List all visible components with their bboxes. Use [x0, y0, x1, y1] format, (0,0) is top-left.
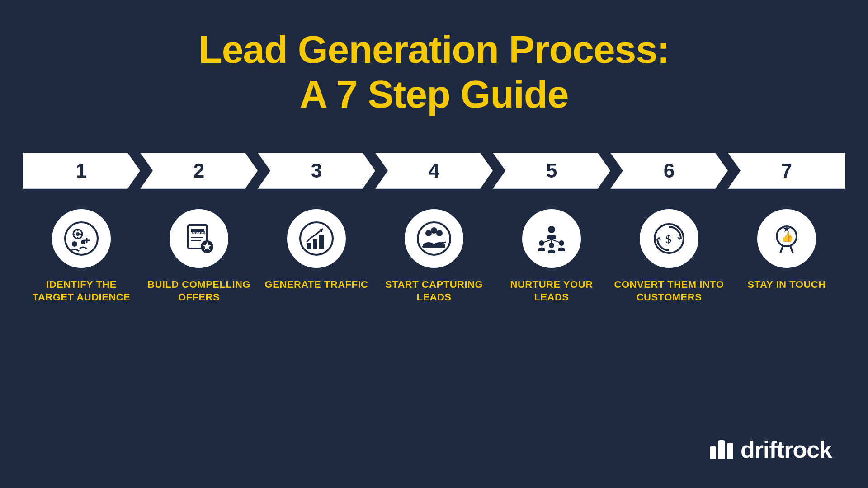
- step-4-label: START CAPTURING LEADS: [379, 278, 489, 304]
- capturing-leads-icon: [416, 221, 452, 257]
- svg-line-42: [790, 246, 793, 253]
- step-2-arrow: 2: [140, 153, 258, 189]
- logo-bar-1: [710, 446, 716, 459]
- step-4-arrow: 4: [375, 153, 493, 189]
- svg-text:👍: 👍: [781, 231, 794, 243]
- step-2-item: OFFER BUILD COMPELLING OFFERS: [140, 207, 258, 304]
- svg-rect-19: [307, 243, 311, 249]
- step-1-label: IDENTIFY THE TARGET AUDIENCE: [26, 278, 137, 304]
- step-3-item: GENERATE TRAFFIC: [258, 207, 375, 291]
- step-4-icon-circle: [402, 207, 466, 270]
- compelling-offers-icon: OFFER: [181, 221, 217, 257]
- svg-point-9: [72, 241, 77, 247]
- step-6-label: CONVERT THEM INTO CUSTOMERS: [614, 278, 724, 304]
- step-2-icon-circle: OFFER: [167, 207, 231, 270]
- step-3-icon-circle: [285, 207, 348, 270]
- svg-point-24: [425, 230, 432, 236]
- step-6-item: $ CONVERT THEM INTO CUSTOMERS: [610, 207, 728, 304]
- svg-text:$: $: [665, 233, 671, 246]
- logo-bar-2: [718, 440, 725, 459]
- svg-rect-20: [313, 239, 317, 249]
- step-6-icon-circle: $: [637, 207, 701, 270]
- icons-section: IDENTIFY THE TARGET AUDIENCE OFFER BUILD…: [23, 207, 845, 304]
- step-1-arrow: 1: [23, 153, 140, 189]
- step-7-icon-circle: 👍: [755, 207, 818, 270]
- steps-bar: 1 2 3 4 5 6 7: [23, 153, 845, 189]
- step-2-label: BUILD COMPELLING OFFERS: [144, 278, 254, 304]
- step-1-icon-circle: [50, 207, 113, 270]
- step-5-label: NURTURE YOUR LEADS: [496, 278, 607, 304]
- step-3-label: GENERATE TRAFFIC: [265, 278, 368, 291]
- step-5-item: NURTURE YOUR LEADS: [493, 207, 610, 304]
- svg-line-41: [780, 246, 783, 253]
- svg-point-23: [418, 222, 450, 255]
- svg-rect-21: [319, 235, 324, 249]
- target-audience-icon: [63, 221, 99, 257]
- svg-point-10: [81, 240, 85, 244]
- brand-logo: [710, 440, 733, 459]
- step-4-item: START CAPTURING LEADS: [375, 207, 493, 304]
- stay-in-touch-icon: 👍: [769, 221, 805, 257]
- logo-bar-3: [727, 443, 733, 459]
- step-7-label: STAY IN TOUCH: [747, 278, 826, 291]
- nurture-leads-icon: [533, 221, 570, 257]
- svg-point-28: [548, 226, 555, 233]
- branding-section: driftrock: [710, 436, 832, 463]
- svg-point-26: [431, 227, 437, 234]
- step-5-icon-circle: [520, 207, 583, 270]
- convert-customers-icon: $: [651, 221, 687, 257]
- title-section: Lead Generation Process: A 7 Step Guide: [198, 27, 670, 117]
- svg-point-0: [65, 222, 98, 255]
- step-6-arrow: 6: [610, 153, 728, 189]
- step-7-arrow: 7: [728, 153, 845, 189]
- svg-text:OFFER: OFFER: [192, 230, 206, 235]
- page-title: Lead Generation Process: A 7 Step Guide: [198, 27, 670, 117]
- brand-name: driftrock: [741, 436, 832, 463]
- step-3-arrow: 3: [258, 153, 375, 189]
- svg-point-25: [436, 230, 443, 236]
- generate-traffic-icon: [298, 221, 335, 257]
- step-1-item: IDENTIFY THE TARGET AUDIENCE: [23, 207, 140, 304]
- svg-point-18: [300, 222, 333, 255]
- step-7-item: 👍 STAY IN TOUCH: [728, 207, 845, 291]
- svg-point-6: [76, 232, 80, 236]
- step-5-arrow: 5: [493, 153, 610, 189]
